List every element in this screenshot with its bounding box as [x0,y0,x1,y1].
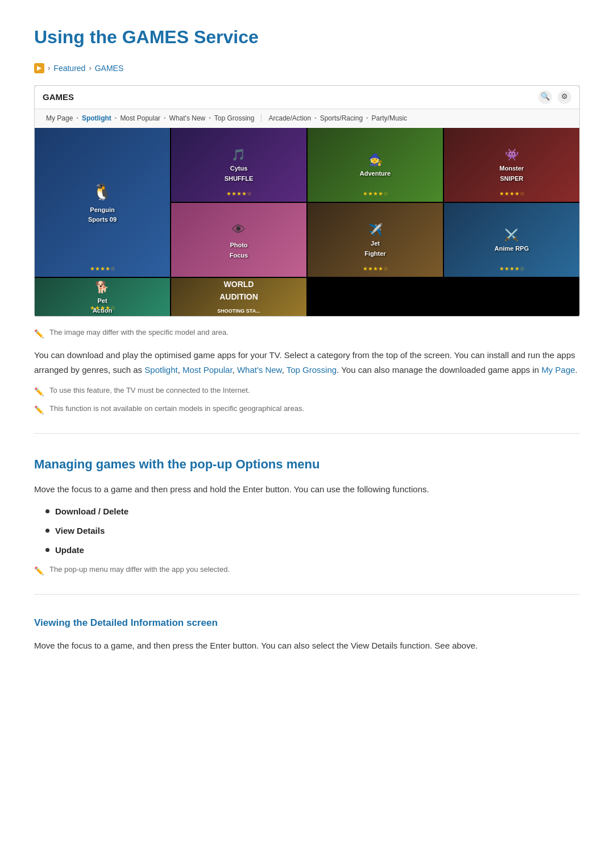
note-icon: ✏️ [34,327,44,340]
game-tile-5[interactable]: 👁 PhotoFocus [171,203,306,277]
bullet-dot-1 [45,509,49,513]
section-divider-2 [34,594,580,595]
game-tile-4[interactable]: 👾 MonsterSNIPER ★★★★☆ [444,128,579,202]
game-tile-7[interactable]: ⚔️ Anime RPG ★★★★☆ [444,203,579,277]
games-nav: My Page • Spotlight • Most Popular • Wha… [35,109,579,128]
games-app-title: GAMES [43,90,74,104]
breadcrumb: ▶ › Featured › GAMES [34,62,580,74]
nav-top-grossing[interactable]: Top Grossing [211,112,258,125]
section2-body: Move the focus to a game and then press … [34,482,580,497]
games-ui-mockup: GAMES 🔍 ⚙ My Page • Spotlight • Most Pop… [34,85,580,317]
bullet-item-download: Download / Delete [45,505,580,518]
games-header: GAMES 🔍 ⚙ [35,86,579,109]
bullet-dot-3 [45,548,49,552]
breadcrumb-icon: ▶ [34,63,44,73]
nav-most-popular[interactable]: Most Popular [117,112,164,125]
game-tile-3[interactable]: 🧙 Adventure ★★★★☆ [308,128,443,202]
note-icon-2: ✏️ [34,385,44,398]
link-whats-new[interactable]: What's New [237,365,282,375]
link-top-grossing[interactable]: Top Grossing [287,365,337,375]
settings-icon[interactable]: ⚙ [558,90,571,104]
nav-mypage[interactable]: My Page [43,112,76,125]
note-icon-4: ✏️ [34,564,44,577]
bullet-item-view-details: View Details [45,524,580,538]
note-availability: ✏️ This function is not available on cer… [34,403,580,416]
games-ui-note: ✏️ The image may differ with the specifi… [34,327,580,340]
bullet-list: Download / Delete View Details Update [45,505,580,557]
note-icon-3: ✏️ [34,404,44,416]
link-spotlight[interactable]: Spotlight [144,365,177,375]
game-tile-6[interactable]: ✈️ JetFighter ★★★★☆ [308,203,443,277]
games-header-icons: 🔍 ⚙ [538,90,571,104]
game-tile-1[interactable]: 🐧 PenguinSports 09 ★★★★☆ [35,128,170,277]
games-grid: 🐧 PenguinSports 09 ★★★★☆ 🎵 CytusSHUFFLE … [35,128,579,316]
page-title: Using the GAMES Service [34,23,580,52]
game-tile-2[interactable]: 🎵 CytusSHUFFLE ★★★★☆ [171,128,306,202]
note-internet: ✏️ To use this feature, the TV must be c… [34,385,580,398]
popup-note: ✏️ The pop-up menu may differ with the a… [34,564,580,577]
game-tile-8[interactable]: 🐕 PetAction ★★★★☆ [35,278,170,316]
nav-arcade-action[interactable]: Arcade/Action [265,112,314,125]
game-tile-9[interactable]: WORLDAUDITIONSHOOTING STA... [171,278,306,316]
link-my-page[interactable]: My Page [541,365,575,375]
nav-divider [261,114,262,122]
bullet-dot-2 [45,529,49,533]
intro-paragraph: You can download and play the optimised … [34,348,580,377]
bullet-item-update: Update [45,543,580,557]
nav-sports-racing[interactable]: Sports/Racing [317,112,366,125]
link-most-popular[interactable]: Most Popular [182,365,233,375]
breadcrumb-games[interactable]: GAMES [95,62,124,74]
nav-party-music[interactable]: Party/Music [368,112,411,125]
section3-body: Move the focus to a game, and then press… [34,638,580,653]
section-divider-1 [34,433,580,434]
search-icon[interactable]: 🔍 [538,90,552,104]
nav-whats-new[interactable]: What's New [166,112,209,125]
breadcrumb-featured[interactable]: Featured [53,62,85,74]
section2-title: Managing games with the pop-up Options m… [34,454,580,474]
nav-spotlight[interactable]: Spotlight [78,112,115,125]
section3-title: Viewing the Detailed Information screen [34,615,580,630]
